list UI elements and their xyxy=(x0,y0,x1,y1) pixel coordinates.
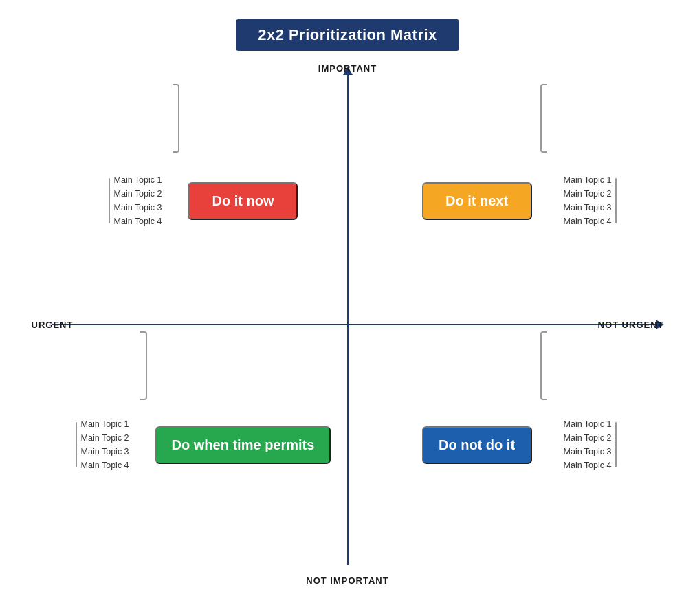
list-item: Main Topic 3 xyxy=(114,203,162,212)
do-it-next-button[interactable]: Do it next xyxy=(422,182,532,220)
list-item: Main Topic 4 xyxy=(81,461,129,470)
list-item: Main Topic 4 xyxy=(114,217,162,226)
label-not-urgent: NOT URGENT xyxy=(598,320,664,330)
quadrant-top-right: Do it next Main Topic 1 Main Topic 2 Mai… xyxy=(382,84,657,318)
quadrant-bottom-right: Do not do it Main Topic 1 Main Topic 2 M… xyxy=(382,331,657,558)
brace-bottom-left xyxy=(140,331,147,400)
label-urgent: URGENT xyxy=(32,320,74,330)
list-item: Main Topic 2 xyxy=(564,433,612,443)
list-item: Main Topic 1 xyxy=(564,175,612,185)
topic-list-top-right: Main Topic 1 Main Topic 2 Main Topic 3 M… xyxy=(558,175,617,226)
matrix-container: IMPORTANT NOT IMPORTANT URGENT NOT URGEN… xyxy=(32,63,664,586)
horizontal-axis xyxy=(52,324,657,325)
vertical-axis xyxy=(347,74,349,565)
page-title: 2x2 Prioritization Matrix xyxy=(236,19,459,51)
list-item: Main Topic 1 xyxy=(81,419,129,429)
list-item: Main Topic 1 xyxy=(564,419,612,429)
topic-list-bottom-right: Main Topic 1 Main Topic 2 Main Topic 3 M… xyxy=(558,419,617,470)
topic-list-top-left: Main Topic 1 Main Topic 2 Main Topic 3 M… xyxy=(109,175,162,226)
list-item: Main Topic 4 xyxy=(564,217,612,226)
list-item: Main Topic 2 xyxy=(81,433,129,443)
list-item: Main Topic 1 xyxy=(114,175,162,185)
list-item: Main Topic 3 xyxy=(81,447,129,456)
topic-list-bottom-left: Main Topic 1 Main Topic 2 Main Topic 3 M… xyxy=(76,419,129,470)
list-item: Main Topic 3 xyxy=(564,447,612,456)
list-item: Main Topic 4 xyxy=(564,461,612,470)
label-not-important: NOT IMPORTANT xyxy=(306,575,388,586)
brace-top-right xyxy=(540,84,547,153)
do-not-do-it-button[interactable]: Do not do it xyxy=(422,426,532,464)
brace-bottom-right xyxy=(540,331,547,400)
do-when-time-permits-button[interactable]: Do when time permits xyxy=(155,426,331,464)
quadrant-bottom-left: Main Topic 1 Main Topic 2 Main Topic 3 M… xyxy=(66,331,341,558)
list-item: Main Topic 2 xyxy=(114,189,162,199)
label-important: IMPORTANT xyxy=(318,63,377,74)
brace-top-left xyxy=(173,84,179,153)
quadrant-top-left: Main Topic 1 Main Topic 2 Main Topic 3 M… xyxy=(66,84,341,318)
list-item: Main Topic 3 xyxy=(564,203,612,212)
list-item: Main Topic 2 xyxy=(564,189,612,199)
do-it-now-button[interactable]: Do it now xyxy=(188,182,298,220)
